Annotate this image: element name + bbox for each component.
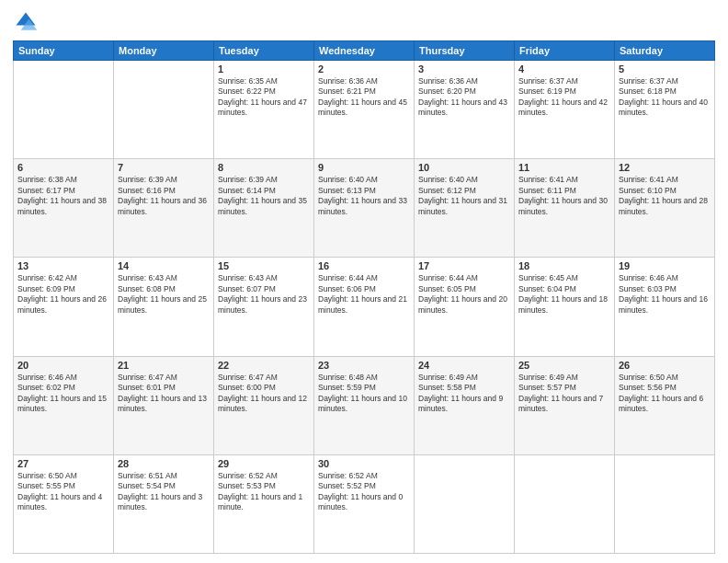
day-info: Sunrise: 6:47 AM Sunset: 6:01 PM Dayligh… [118, 373, 210, 415]
day-number: 20 [17, 360, 109, 371]
day-number: 22 [218, 360, 310, 371]
day-info: Sunrise: 6:50 AM Sunset: 5:56 PM Dayligh… [619, 373, 711, 415]
calendar-cell: 11Sunrise: 6:41 AM Sunset: 6:11 PM Dayli… [515, 159, 615, 258]
calendar-cell: 5Sunrise: 6:37 AM Sunset: 6:18 PM Daylig… [615, 61, 715, 159]
day-info: Sunrise: 6:44 AM Sunset: 6:05 PM Dayligh… [418, 273, 510, 316]
day-number: 14 [118, 260, 210, 271]
calendar-cell: 10Sunrise: 6:40 AM Sunset: 6:12 PM Dayli… [415, 159, 515, 258]
calendar-body: 1Sunrise: 6:35 AM Sunset: 6:22 PM Daylig… [14, 61, 715, 554]
day-info: Sunrise: 6:37 AM Sunset: 6:18 PM Dayligh… [619, 76, 711, 119]
calendar-cell: 25Sunrise: 6:49 AM Sunset: 5:57 PM Dayli… [515, 356, 615, 454]
day-number: 28 [118, 458, 210, 469]
day-number: 30 [318, 458, 410, 469]
week-row-3: 13Sunrise: 6:42 AM Sunset: 6:09 PM Dayli… [14, 258, 715, 356]
calendar-cell: 8Sunrise: 6:39 AM Sunset: 6:14 PM Daylig… [214, 159, 314, 258]
calendar: SundayMondayTuesdayWednesdayThursdayFrid… [13, 40, 715, 554]
calendar-cell: 16Sunrise: 6:44 AM Sunset: 6:06 PM Dayli… [314, 258, 415, 356]
day-number: 25 [518, 360, 610, 371]
day-info: Sunrise: 6:47 AM Sunset: 6:00 PM Dayligh… [218, 373, 310, 415]
day-info: Sunrise: 6:39 AM Sunset: 6:16 PM Dayligh… [118, 175, 210, 217]
weekday-header-tuesday: Tuesday [214, 41, 314, 61]
calendar-cell: 1Sunrise: 6:35 AM Sunset: 6:22 PM Daylig… [214, 61, 314, 159]
day-number: 17 [418, 260, 510, 271]
day-number: 9 [318, 162, 410, 173]
day-number: 12 [619, 162, 711, 173]
day-info: Sunrise: 6:41 AM Sunset: 6:11 PM Dayligh… [518, 175, 610, 217]
day-number: 21 [118, 360, 210, 371]
day-info: Sunrise: 6:36 AM Sunset: 6:21 PM Dayligh… [318, 76, 410, 119]
calendar-cell: 24Sunrise: 6:49 AM Sunset: 5:58 PM Dayli… [415, 356, 515, 454]
calendar-cell: 27Sunrise: 6:50 AM Sunset: 5:55 PM Dayli… [14, 454, 114, 553]
day-number: 11 [518, 162, 610, 173]
day-number: 8 [218, 162, 310, 173]
day-number: 18 [518, 260, 610, 271]
calendar-cell [14, 61, 114, 159]
day-number: 4 [518, 63, 610, 75]
weekday-header-saturday: Saturday [615, 41, 715, 61]
day-info: Sunrise: 6:42 AM Sunset: 6:09 PM Dayligh… [17, 273, 109, 316]
day-number: 23 [318, 360, 410, 371]
calendar-cell: 19Sunrise: 6:46 AM Sunset: 6:03 PM Dayli… [615, 258, 715, 356]
calendar-cell [415, 454, 515, 553]
calendar-cell [615, 454, 715, 553]
calendar-cell: 13Sunrise: 6:42 AM Sunset: 6:09 PM Dayli… [14, 258, 114, 356]
calendar-cell: 23Sunrise: 6:48 AM Sunset: 5:59 PM Dayli… [314, 356, 415, 454]
day-info: Sunrise: 6:49 AM Sunset: 5:58 PM Dayligh… [418, 373, 510, 415]
weekday-header-wednesday: Wednesday [314, 41, 415, 61]
day-info: Sunrise: 6:35 AM Sunset: 6:22 PM Dayligh… [218, 76, 310, 119]
calendar-cell [114, 61, 214, 159]
weekday-header-thursday: Thursday [415, 41, 515, 61]
weekday-header-sunday: Sunday [14, 41, 114, 61]
logo-icon [13, 9, 39, 35]
day-number: 15 [218, 260, 310, 271]
day-info: Sunrise: 6:38 AM Sunset: 6:17 PM Dayligh… [17, 175, 109, 217]
day-number: 13 [17, 260, 109, 271]
page: SundayMondayTuesdayWednesdayThursdayFrid… [0, 0, 728, 563]
calendar-cell: 18Sunrise: 6:45 AM Sunset: 6:04 PM Dayli… [515, 258, 615, 356]
week-row-5: 27Sunrise: 6:50 AM Sunset: 5:55 PM Dayli… [14, 454, 715, 553]
calendar-cell: 7Sunrise: 6:39 AM Sunset: 6:16 PM Daylig… [114, 159, 214, 258]
day-info: Sunrise: 6:36 AM Sunset: 6:20 PM Dayligh… [418, 76, 510, 119]
calendar-cell: 21Sunrise: 6:47 AM Sunset: 6:01 PM Dayli… [114, 356, 214, 454]
calendar-cell: 4Sunrise: 6:37 AM Sunset: 6:19 PM Daylig… [515, 61, 615, 159]
calendar-cell: 17Sunrise: 6:44 AM Sunset: 6:05 PM Dayli… [415, 258, 515, 356]
day-info: Sunrise: 6:43 AM Sunset: 6:08 PM Dayligh… [118, 273, 210, 316]
calendar-cell: 2Sunrise: 6:36 AM Sunset: 6:21 PM Daylig… [314, 61, 415, 159]
day-info: Sunrise: 6:40 AM Sunset: 6:12 PM Dayligh… [418, 175, 510, 217]
day-number: 24 [418, 360, 510, 371]
calendar-cell: 3Sunrise: 6:36 AM Sunset: 6:20 PM Daylig… [415, 61, 515, 159]
day-number: 3 [418, 63, 510, 75]
day-number: 1 [218, 63, 310, 75]
calendar-cell: 30Sunrise: 6:52 AM Sunset: 5:52 PM Dayli… [314, 454, 415, 553]
day-number: 26 [619, 360, 711, 371]
week-row-2: 6Sunrise: 6:38 AM Sunset: 6:17 PM Daylig… [14, 159, 715, 258]
calendar-cell: 22Sunrise: 6:47 AM Sunset: 6:00 PM Dayli… [214, 356, 314, 454]
calendar-cell: 28Sunrise: 6:51 AM Sunset: 5:54 PM Dayli… [114, 454, 214, 553]
weekday-header-monday: Monday [114, 41, 214, 61]
day-info: Sunrise: 6:46 AM Sunset: 6:03 PM Dayligh… [619, 273, 711, 316]
day-info: Sunrise: 6:41 AM Sunset: 6:10 PM Dayligh… [619, 175, 711, 217]
day-number: 29 [218, 458, 310, 469]
day-info: Sunrise: 6:44 AM Sunset: 6:06 PM Dayligh… [318, 273, 410, 316]
calendar-cell: 15Sunrise: 6:43 AM Sunset: 6:07 PM Dayli… [214, 258, 314, 356]
day-number: 10 [418, 162, 510, 173]
day-info: Sunrise: 6:46 AM Sunset: 6:02 PM Dayligh… [17, 373, 109, 415]
day-info: Sunrise: 6:37 AM Sunset: 6:19 PM Dayligh… [518, 76, 610, 119]
calendar-cell: 29Sunrise: 6:52 AM Sunset: 5:53 PM Dayli… [214, 454, 314, 553]
calendar-cell: 9Sunrise: 6:40 AM Sunset: 6:13 PM Daylig… [314, 159, 415, 258]
day-info: Sunrise: 6:51 AM Sunset: 5:54 PM Dayligh… [118, 471, 210, 513]
day-info: Sunrise: 6:52 AM Sunset: 5:53 PM Dayligh… [218, 471, 310, 513]
day-info: Sunrise: 6:48 AM Sunset: 5:59 PM Dayligh… [318, 373, 410, 415]
day-info: Sunrise: 6:43 AM Sunset: 6:07 PM Dayligh… [218, 273, 310, 316]
calendar-cell: 26Sunrise: 6:50 AM Sunset: 5:56 PM Dayli… [615, 356, 715, 454]
day-info: Sunrise: 6:45 AM Sunset: 6:04 PM Dayligh… [518, 273, 610, 316]
calendar-cell: 14Sunrise: 6:43 AM Sunset: 6:08 PM Dayli… [114, 258, 214, 356]
header [13, 9, 715, 35]
day-number: 7 [118, 162, 210, 173]
weekday-header-friday: Friday [515, 41, 615, 61]
day-info: Sunrise: 6:39 AM Sunset: 6:14 PM Dayligh… [218, 175, 310, 217]
day-number: 16 [318, 260, 410, 271]
calendar-cell: 12Sunrise: 6:41 AM Sunset: 6:10 PM Dayli… [615, 159, 715, 258]
day-number: 27 [17, 458, 109, 469]
day-info: Sunrise: 6:49 AM Sunset: 5:57 PM Dayligh… [518, 373, 610, 415]
